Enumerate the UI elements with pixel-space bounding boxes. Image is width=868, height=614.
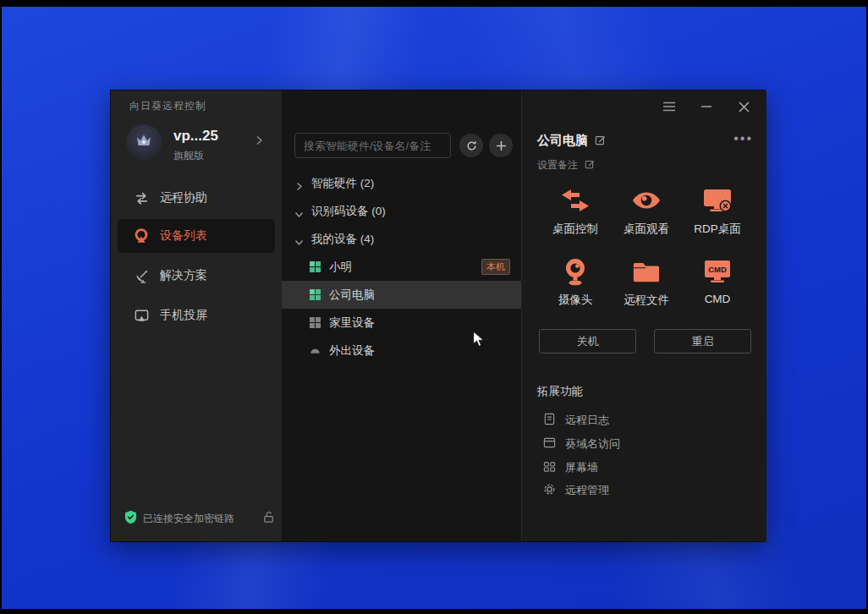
chevron-right-icon bbox=[294, 179, 304, 189]
sidebar: 向日葵远程控制 vp...25 旗舰版 远程协助 bbox=[111, 90, 282, 541]
action-label: CMD bbox=[705, 293, 731, 305]
action-label: 桌面控制 bbox=[552, 222, 598, 237]
gear-icon bbox=[543, 483, 556, 499]
swap-arrows-solid-icon bbox=[560, 182, 591, 219]
ext-remote-logs[interactable]: 远程日志 bbox=[543, 410, 609, 430]
dome-device-offline-icon bbox=[310, 347, 321, 354]
ext-remote-manage[interactable]: 远程管理 bbox=[543, 480, 609, 501]
shutdown-button[interactable]: 关机 bbox=[539, 329, 636, 354]
windows-device-online-icon bbox=[310, 289, 321, 300]
ext-label: 远程管理 bbox=[565, 483, 609, 498]
sidebar-item-label: 手机投屏 bbox=[160, 308, 207, 323]
svg-text:CMD: CMD bbox=[708, 265, 727, 274]
device-name: 外出设备 bbox=[329, 343, 521, 359]
action-desktop-control[interactable]: 桌面控制 bbox=[540, 182, 611, 253]
webcam-icon bbox=[563, 253, 587, 290]
minimize-icon[interactable] bbox=[697, 97, 716, 116]
group-id-devices[interactable]: 识别码设备 (0) bbox=[282, 198, 521, 225]
sidebar-item-remote-assist[interactable]: 远程协助 bbox=[118, 181, 275, 215]
action-label: RDP桌面 bbox=[694, 222, 741, 237]
device-title: 公司电脑 bbox=[537, 133, 588, 149]
app-title: 向日葵远程控制 bbox=[129, 99, 206, 113]
menu-icon[interactable] bbox=[660, 97, 678, 116]
group-my-devices[interactable]: 我的设备 (4) bbox=[282, 226, 521, 253]
document-icon bbox=[543, 413, 556, 429]
refresh-button[interactable] bbox=[459, 134, 483, 157]
device-name: 小明 bbox=[329, 260, 473, 275]
browser-window-icon bbox=[543, 436, 556, 452]
device-name: 公司电脑 bbox=[329, 288, 521, 303]
action-cmd[interactable]: CMD CMD bbox=[682, 253, 753, 324]
sidebar-item-label: 解决方案 bbox=[160, 268, 207, 283]
connection-status: 已连接安全加密链路 bbox=[124, 510, 275, 528]
device-row-selected[interactable]: 公司电脑 bbox=[282, 281, 521, 309]
unlock-icon[interactable] bbox=[262, 511, 275, 527]
group-label: 识别码设备 (0) bbox=[311, 204, 386, 219]
sidebar-item-screen-mirror[interactable]: 手机投屏 bbox=[118, 299, 275, 332]
grid-icon bbox=[543, 460, 556, 476]
chevron-down-icon bbox=[294, 235, 304, 244]
action-label: 桌面观看 bbox=[624, 222, 669, 237]
shield-check-icon bbox=[124, 510, 137, 528]
add-device-button[interactable] bbox=[489, 134, 513, 157]
app-window: 向日葵远程控制 vp...25 旗舰版 远程协助 bbox=[110, 90, 766, 542]
windows-device-offline-icon bbox=[310, 317, 321, 328]
eye-icon bbox=[632, 182, 661, 219]
profile-tier: 旗舰版 bbox=[173, 149, 204, 163]
ext-screen-wall[interactable]: 屏幕墙 bbox=[543, 458, 598, 478]
action-desktop-view[interactable]: 桌面观看 bbox=[611, 182, 682, 253]
ext-label: 屏幕墙 bbox=[565, 460, 598, 475]
edit-icon[interactable] bbox=[595, 134, 606, 149]
sidebar-item-solutions[interactable]: 解决方案 bbox=[118, 259, 275, 293]
more-options-button[interactable]: ••• bbox=[733, 131, 753, 146]
window-controls bbox=[660, 97, 753, 116]
folder-icon bbox=[632, 253, 661, 290]
rdp-monitor-icon bbox=[702, 182, 733, 219]
remark-label: 设置备注 bbox=[537, 158, 578, 173]
action-label: 远程文件 bbox=[624, 293, 669, 308]
screen-cast-icon bbox=[133, 307, 150, 324]
action-grid: 桌面控制 桌面观看 RDP桌面 bbox=[540, 182, 753, 324]
sidebar-item-device-list[interactable]: 设备列表 bbox=[118, 219, 275, 253]
ext-label: 远程日志 bbox=[565, 413, 609, 428]
group-label: 我的设备 (4) bbox=[311, 232, 374, 247]
chevron-down-icon bbox=[294, 207, 304, 217]
action-label: 摄像头 bbox=[558, 293, 593, 308]
crown-icon bbox=[134, 130, 154, 154]
sidebar-item-label: 设备列表 bbox=[160, 228, 207, 244]
extensions-title: 拓展功能 bbox=[537, 384, 583, 399]
action-rdp-desktop[interactable]: RDP桌面 bbox=[682, 182, 753, 253]
ext-label: 葵域名访问 bbox=[565, 436, 620, 452]
avatar[interactable] bbox=[126, 124, 162, 160]
profile-name: vp...25 bbox=[173, 128, 218, 145]
connection-status-text: 已连接安全加密链路 bbox=[143, 512, 256, 526]
action-remote-files[interactable]: 远程文件 bbox=[611, 253, 682, 324]
ext-domain-access[interactable]: 葵域名访问 bbox=[543, 434, 620, 454]
swap-arrows-icon bbox=[133, 189, 150, 206]
satellite-dish-icon bbox=[133, 267, 150, 284]
device-row[interactable]: 小明 本机 bbox=[282, 253, 521, 281]
device-row[interactable]: 家里设备 bbox=[282, 309, 521, 337]
close-icon[interactable] bbox=[734, 97, 753, 116]
device-list-icon bbox=[133, 228, 150, 244]
desktop-background: 向日葵远程控制 vp...25 旗舰版 远程协助 bbox=[2, 7, 866, 609]
device-row[interactable]: 外出设备 bbox=[282, 337, 521, 365]
restart-button[interactable]: 重启 bbox=[654, 329, 751, 354]
windows-device-online-icon bbox=[310, 261, 321, 272]
device-detail-panel: 公司电脑 ••• 设置备注 桌面控制 bbox=[521, 90, 766, 541]
action-camera[interactable]: 摄像头 bbox=[540, 253, 611, 324]
group-smart-hardware[interactable]: 智能硬件 (2) bbox=[282, 170, 521, 197]
device-list-panel: 智能硬件 (2) 识别码设备 (0) 我的设备 (4) 小明 本机 bbox=[282, 90, 521, 541]
device-name: 家里设备 bbox=[329, 315, 521, 331]
search-input[interactable] bbox=[294, 133, 451, 158]
cmd-monitor-icon: CMD bbox=[702, 253, 733, 290]
local-machine-badge: 本机 bbox=[481, 259, 510, 275]
group-label: 智能硬件 (2) bbox=[311, 176, 374, 191]
chevron-right-icon[interactable] bbox=[253, 134, 265, 146]
edit-icon[interactable] bbox=[585, 157, 595, 173]
sidebar-item-label: 远程协助 bbox=[160, 190, 207, 206]
